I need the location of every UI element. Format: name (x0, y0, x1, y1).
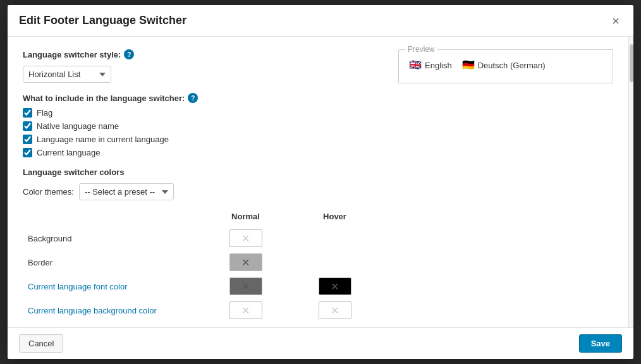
style-section: Language switcher style: ? Horizontal Li… (23, 49, 379, 83)
font-normal-swatch[interactable] (229, 277, 262, 295)
col-hover: Hover (290, 209, 379, 226)
color-themes-dropdown[interactable]: -- Select a preset -- (79, 183, 174, 200)
flag-german: 🇩🇪 (462, 60, 475, 70)
color-row-background-normal (201, 226, 290, 250)
native-label[interactable]: Native language name (37, 121, 119, 131)
checkbox-native: Native language name (23, 121, 379, 131)
color-row-font-color-label: Current language font color (23, 274, 201, 298)
preview-languages: 🇬🇧 English 🇩🇪 Deutsch (German) (409, 60, 602, 70)
left-column: Language switcher style: ? Horizontal Li… (23, 49, 379, 322)
native-checkbox[interactable] (23, 121, 32, 131)
flag-english: 🇬🇧 (409, 60, 422, 70)
font-hover-swatch[interactable] (319, 277, 351, 295)
lang-german-label: Deutsch (German) (478, 61, 546, 70)
swatch-x-icon-4 (241, 304, 250, 317)
color-row-border-normal (201, 250, 290, 274)
modal-footer: Cancel Save (8, 327, 633, 359)
current-bg-color-link[interactable]: Current language background color (28, 306, 157, 315)
scrollbar-track[interactable] (628, 37, 633, 327)
modal-content: Language switcher style: ? Horizontal Li… (8, 37, 628, 327)
checkbox-flag: Flag (23, 108, 379, 118)
color-themes-row: Color themes: -- Select a preset -- (23, 183, 379, 200)
checkbox-current-lang: Current language (23, 148, 379, 157)
flag-label[interactable]: Flag (37, 108, 52, 118)
color-row-bg-hover (290, 298, 379, 322)
close-button[interactable]: × (609, 15, 622, 27)
border-normal-swatch[interactable] (229, 253, 262, 271)
color-row-bg-color: Current language background color (23, 298, 379, 322)
swatch-x-icon-dark (241, 256, 250, 269)
modal-header: Edit Footer Language Switcher × (8, 5, 633, 37)
color-table: Normal Hover Background (23, 209, 379, 322)
colors-section: Language switcher colors Color themes: -… (23, 167, 379, 322)
color-row-font-normal (201, 274, 290, 298)
save-button[interactable]: Save (579, 334, 622, 353)
scrollbar-thumb[interactable] (630, 44, 633, 82)
swatch-x-icon-3 (331, 280, 339, 293)
color-row-font-hover (290, 274, 379, 298)
col-normal: Normal (201, 209, 290, 226)
current-font-color-link[interactable]: Current language font color (28, 282, 128, 291)
include-section: What to include in the language switcher… (23, 93, 379, 157)
lang-item-german: 🇩🇪 Deutsch (German) (462, 60, 546, 70)
swatch-x-icon-5 (331, 304, 339, 317)
current-lang-checkbox[interactable] (23, 148, 32, 157)
two-col-layout: Language switcher style: ? Horizontal Li… (23, 49, 613, 322)
swatch-x-icon (241, 232, 250, 245)
color-row-font-color: Current language font color (23, 274, 379, 298)
include-label: What to include in the language switcher… (23, 93, 379, 103)
lang-in-current-checkbox[interactable] (23, 135, 32, 144)
cancel-button[interactable]: Cancel (19, 334, 63, 353)
current-lang-label[interactable]: Current language (37, 148, 100, 157)
color-row-bg-color-label: Current language background color (23, 298, 201, 322)
right-column: Preview 🇬🇧 English 🇩🇪 Deutsch (German) (398, 49, 613, 322)
color-table-header: Normal Hover (23, 209, 379, 226)
style-dropdown[interactable]: Horizontal List Dropdown Vertical List (23, 66, 111, 83)
col-label (23, 209, 201, 226)
color-row-border-hover (290, 250, 379, 274)
bg-hover-swatch[interactable] (319, 301, 351, 319)
background-normal-swatch[interactable] (229, 229, 262, 247)
modal-title: Edit Footer Language Switcher (19, 14, 186, 27)
modal-dialog: Edit Footer Language Switcher × Language… (8, 5, 633, 359)
swatch-x-icon-2 (241, 280, 250, 293)
color-row-bg-normal (201, 298, 290, 322)
color-themes-label: Color themes: (23, 187, 74, 197)
lang-in-current-label[interactable]: Language name in current language (37, 135, 169, 144)
checkbox-lang-in-current: Language name in current language (23, 135, 379, 144)
colors-title: Language switcher colors (23, 167, 379, 177)
color-row-border-label: Border (23, 250, 201, 274)
modal-body: Language switcher style: ? Horizontal Li… (8, 37, 633, 327)
style-help-icon[interactable]: ? (124, 49, 134, 59)
color-row-background-label: Background (23, 226, 201, 250)
color-row-background: Background (23, 226, 379, 250)
style-label: Language switcher style: ? (23, 49, 379, 59)
color-row-border: Border (23, 250, 379, 274)
lang-english-label: English (425, 61, 452, 70)
flag-checkbox[interactable] (23, 108, 32, 118)
preview-title: Preview (405, 45, 437, 54)
preview-box: Preview 🇬🇧 English 🇩🇪 Deutsch (German) (398, 49, 613, 83)
bg-normal-swatch[interactable] (229, 301, 262, 319)
lang-item-english: 🇬🇧 English (409, 60, 452, 70)
include-help-icon[interactable]: ? (188, 93, 198, 103)
color-row-background-hover (290, 226, 379, 250)
